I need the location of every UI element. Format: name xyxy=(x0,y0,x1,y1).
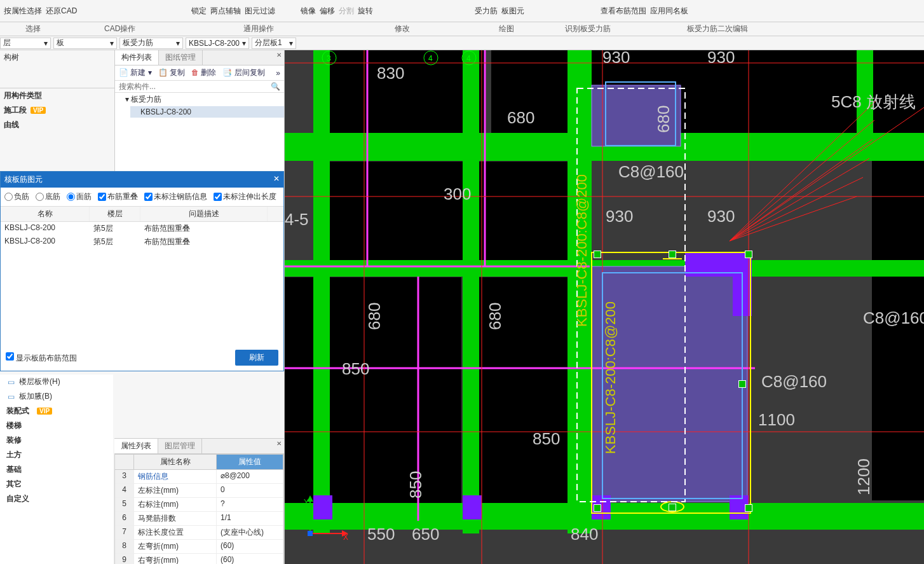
common-title: 用构件类型 xyxy=(0,88,113,103)
layer-select[interactable]: 层▾ xyxy=(0,38,51,49)
new-button[interactable]: 📄 新建 ▾ xyxy=(119,67,152,78)
radio-fujin[interactable]: 负筋 xyxy=(4,191,29,202)
list-item[interactable]: 装配式VIP xyxy=(0,404,113,418)
banyuan-button[interactable]: 板图元 xyxy=(501,6,524,17)
close-icon[interactable]: ✕ xyxy=(276,440,282,447)
svg-text:830: 830 xyxy=(377,64,404,83)
layer-copy-button[interactable]: 📑 层间复制 xyxy=(222,67,264,78)
table-row[interactable]: KBSLJ-C8-200第5层布筋范围重叠 xyxy=(1,235,283,249)
svg-rect-1 xyxy=(328,277,461,503)
copy-button[interactable]: 📋 复制 xyxy=(158,67,185,78)
svg-rect-13 xyxy=(463,50,479,533)
left-column: ✕ 构树 ≡ ▦ 用构件类型 施工段VIP 由线 ✕ 构件列表 图纸管理 📄 新… xyxy=(0,50,285,564)
verify-title: 核板筋图元 xyxy=(4,174,43,185)
cb-no-rebar[interactable]: 未标注钢筋信息 xyxy=(144,191,207,202)
svg-text:4-5: 4-5 xyxy=(285,210,309,229)
prop-col-value: 属性值 xyxy=(217,455,283,470)
svg-text:850: 850 xyxy=(406,471,425,499)
ribbon-top: 按属性选择 还原CAD 锁定 两点辅轴 图元过滤 镜像 偏移 分割 旋转 受力筋… xyxy=(0,0,924,22)
svg-rect-12 xyxy=(313,50,330,533)
cad-viewport[interactable]: 3 4 4 830 930 930 680 680 930 930 300 68… xyxy=(285,50,924,564)
offset-button[interactable]: 偏移 xyxy=(320,6,335,17)
context-select-bar: 层▾ 板▾ 板受力筋▾ KBSLJ-C8-200▾ 分层板1▾ xyxy=(0,36,924,50)
search-icon[interactable]: 🔍 xyxy=(271,82,280,91)
svg-text:C8@160: C8@160 xyxy=(618,162,684,181)
haunch-icon: ▭ xyxy=(6,392,15,401)
rebar-select[interactable]: 板受力筋▾ xyxy=(119,38,183,49)
svg-text:4: 4 xyxy=(466,54,471,63)
range-button[interactable]: 查看布筋范围 xyxy=(601,6,646,17)
cb-show-range[interactable]: 显示板筋布筋范围 xyxy=(6,352,77,364)
prop-row[interactable]: 4左标注(mm)0 xyxy=(115,484,283,498)
sameboard-button[interactable]: 应用同名板 xyxy=(650,6,688,17)
delete-button[interactable]: 🗑 删除 xyxy=(191,67,216,78)
common-types-panel: 用构件类型 施工段VIP 由线 xyxy=(0,88,113,132)
ban-select[interactable]: 板▾ xyxy=(53,38,117,49)
filter-button[interactable]: 图元过滤 xyxy=(245,6,275,17)
prop-row[interactable]: 3钢筋信息⌀8@200 xyxy=(115,470,283,484)
close-icon[interactable]: ✕ xyxy=(276,52,282,58)
search-input[interactable] xyxy=(119,82,271,91)
more-icon[interactable]: » xyxy=(276,69,280,78)
shouli-button[interactable]: 受力筋 xyxy=(475,6,498,17)
svg-text:850: 850 xyxy=(533,429,560,448)
radio-mianjin[interactable]: 面筋 xyxy=(67,191,92,202)
list-item[interactable]: ▭楼层板带(H) xyxy=(0,375,113,389)
prop-row[interactable]: 6马凳筋排数1/1 xyxy=(115,512,283,526)
svg-text:650: 650 xyxy=(412,525,439,544)
lock-button[interactable]: 锁定 xyxy=(191,6,207,17)
group-second-label: 板受力筋二次编辑 xyxy=(668,24,767,34)
prop-row[interactable]: 8左弯折(mm)(60) xyxy=(115,540,283,554)
list-item[interactable]: 楼梯 xyxy=(0,418,113,433)
group-shibie-label: 识别板受力筋 xyxy=(546,24,630,34)
axis-button[interactable]: 两点辅轴 xyxy=(210,6,241,17)
tab-layer-mgr[interactable]: 图层管理 xyxy=(158,439,202,453)
tab-component-list[interactable]: 构件列表 xyxy=(115,50,159,65)
svg-rect-6 xyxy=(488,403,571,518)
list-item[interactable]: 装修 xyxy=(0,433,113,448)
cb-overlap[interactable]: 布筋重叠 xyxy=(98,191,138,202)
col-desc: 问题描述 xyxy=(140,207,268,221)
tree-item-selected[interactable]: KBSLJ-C8-200 xyxy=(130,106,284,118)
split-select[interactable]: 分层板1▾ xyxy=(252,38,296,49)
svg-text:X: X xyxy=(343,533,348,542)
group-select-label: 选择 xyxy=(6,24,60,34)
verify-panel: 核板筋图元 ✕ 负筋 底筋 面筋 布筋重叠 未标注钢筋信息 未标注伸出长度 名称… xyxy=(0,171,284,371)
mirror-button[interactable]: 镜像 xyxy=(301,6,316,17)
common-row-2[interactable]: 由线 xyxy=(0,118,113,132)
prop-col-name: 属性名称 xyxy=(134,455,217,470)
tree-root[interactable]: ▾ 板受力筋 xyxy=(115,93,284,106)
prop-row[interactable]: 7标注长度位置(支座中心线) xyxy=(115,526,283,540)
list-item[interactable]: 其它 xyxy=(0,477,113,492)
table-row[interactable]: KBSLJ-C8-200第5层布筋范围重叠 xyxy=(1,222,283,235)
close-icon[interactable]: ✕ xyxy=(273,174,280,185)
cb-no-ext[interactable]: 未标注伸出长度 xyxy=(214,191,276,202)
svg-text:930: 930 xyxy=(606,207,633,226)
restore-cad-button[interactable]: 还原CAD xyxy=(46,6,77,17)
col-name: 名称 xyxy=(1,207,90,221)
group-modify-label: 修改 xyxy=(376,24,429,34)
property-panel: 属性列表 图层管理 ✕ 属性名称 属性值 3钢筋信息⌀8@200 4左标注(mm… xyxy=(114,438,284,564)
svg-text:850: 850 xyxy=(342,359,369,378)
prop-row[interactable]: 9右弯折(mm)(60) xyxy=(115,554,283,564)
tab-drawing-mgr[interactable]: 图纸管理 xyxy=(159,50,203,65)
list-item[interactable]: 基础 xyxy=(0,462,113,477)
svg-text:840: 840 xyxy=(571,525,598,544)
svg-rect-19 xyxy=(463,495,482,519)
svg-text:1100: 1100 xyxy=(758,410,795,429)
prop-row[interactable]: 5右标注(mm)? xyxy=(115,498,283,512)
refresh-button[interactable]: 刷新 xyxy=(235,350,278,366)
common-row-1[interactable]: 施工段VIP xyxy=(0,103,113,118)
item-select[interactable]: KBSLJ-C8-200▾ xyxy=(186,38,249,49)
band-icon: ▭ xyxy=(6,378,15,387)
select-by-prop-button[interactable]: 按属性选择 xyxy=(4,6,42,17)
radio-dijin[interactable]: 底筋 xyxy=(36,191,60,202)
component-list-panel: ✕ 构件列表 图纸管理 📄 新建 ▾ 📋 复制 🗑 删除 📑 层间复制 » 🔍 … xyxy=(114,50,284,171)
svg-text:C8@160: C8@160 xyxy=(761,372,827,391)
list-item[interactable]: ▭板加腋(B) xyxy=(0,389,113,404)
group-common-label: 通用操作 xyxy=(224,24,293,34)
rotate-button[interactable]: 旋转 xyxy=(358,6,373,17)
list-item[interactable]: 土方 xyxy=(0,448,113,462)
list-item[interactable]: 自定义 xyxy=(0,492,113,506)
tab-properties[interactable]: 属性列表 xyxy=(114,439,158,453)
